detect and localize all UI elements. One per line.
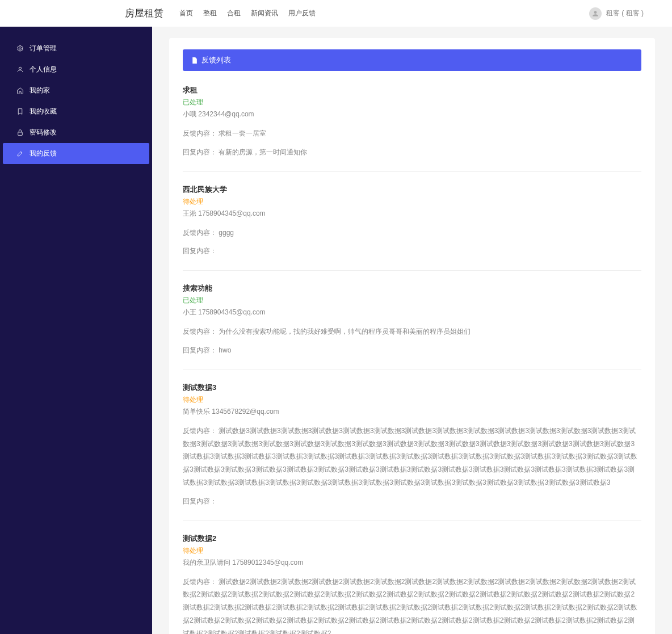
home-icon	[16, 87, 24, 94]
sidebar-item-label: 个人信息	[30, 65, 57, 74]
feedback-item: 西北民族大学 待处理 王淞 1758904345@qq.com 反馈内容： gg…	[183, 184, 641, 271]
feedback-item: 测试数据2 待处理 我的亲卫队请问 17589012345@qq.com 反馈内…	[183, 534, 641, 634]
svg-point-0	[19, 48, 21, 49]
feedback-user: 我的亲卫队请问 17589012345@qq.com	[183, 558, 641, 568]
feedback-reply-row: 回复内容：	[183, 495, 641, 508]
feedback-title: 测试数据3	[183, 383, 641, 393]
svg-rect-2	[18, 132, 23, 135]
feedback-content-row: 反馈内容： 测试数据3测试数据3测试数据3测试数据3测试数据3测试数据3测试数据…	[183, 425, 641, 489]
panel-header: 反馈列表	[183, 49, 641, 71]
feedback-status: 待处理	[183, 197, 641, 207]
feedback-content-row: 反馈内容： 求租一套一居室	[183, 127, 641, 140]
feedback-status: 待处理	[183, 546, 641, 556]
file-icon	[191, 57, 198, 64]
gear-icon	[16, 45, 24, 52]
bookmark-icon	[16, 108, 24, 115]
feedback-reply-row: 回复内容： hwo	[183, 344, 641, 357]
feedback-status: 待处理	[183, 395, 641, 405]
sidebar-item-label: 订单管理	[30, 44, 57, 53]
panel-title: 反馈列表	[201, 55, 231, 65]
feedback-status: 已处理	[183, 98, 641, 107]
sidebar-item-label: 我的家	[30, 86, 50, 95]
sidebar-item-label: 我的收藏	[30, 107, 57, 116]
sidebar-item-label: 我的反馈	[30, 149, 57, 158]
sidebar-item-my-home[interactable]: 我的家	[3, 80, 149, 101]
feedback-user: 简单快乐 1345678292@qq.com	[183, 407, 641, 417]
nav-home[interactable]: 首页	[179, 9, 193, 18]
feedback-title: 测试数据2	[183, 534, 641, 544]
nav-feedback[interactable]: 用户反馈	[288, 9, 316, 18]
feedback-title: 求租	[183, 85, 641, 95]
nav-shared-rent[interactable]: 合租	[227, 9, 241, 18]
logo[interactable]: 房屋租赁	[125, 7, 163, 20]
feedback-item: 搜索功能 已处理 小王 1758904345@qq.com 反馈内容： 为什么没…	[183, 283, 641, 370]
sidebar-item-favorites[interactable]: 我的收藏	[3, 101, 149, 122]
sidebar-item-my-feedback[interactable]: 我的反馈	[3, 143, 149, 164]
sidebar-item-password[interactable]: 密码修改	[3, 122, 149, 143]
feedback-panel: 反馈列表 求租 已处理 小哦 2342344@qq.com 反馈内容： 求租一套…	[169, 38, 655, 634]
feedback-reply-row: 回复内容： 有新的房源，第一时间通知你	[183, 146, 641, 159]
sidebar: 订单管理 个人信息 我的家 我的收藏 密码修改 我的反馈	[0, 27, 152, 634]
feedback-list: 求租 已处理 小哦 2342344@qq.com 反馈内容： 求租一套一居室 回…	[183, 85, 641, 634]
lock-icon	[16, 129, 24, 136]
feedback-title: 搜索功能	[183, 283, 641, 293]
feedback-reply-row: 回复内容：	[183, 245, 641, 258]
feedback-content-row: 反馈内容： gggg	[183, 226, 641, 240]
sidebar-item-profile[interactable]: 个人信息	[3, 59, 149, 80]
feedback-content-row: 反馈内容： 为什么没有搜索功能呢，找的我好难受啊，帅气的程序员哥哥和美丽的程序员…	[183, 325, 641, 338]
feedback-item: 测试数据3 待处理 简单快乐 1345678292@qq.com 反馈内容： 测…	[183, 383, 641, 521]
svg-point-1	[19, 67, 21, 69]
feedback-content-row: 反馈内容： 测试数据2测试数据2测试数据2测试数据2测试数据2测试数据2测试数据…	[183, 576, 641, 634]
content: 反馈列表 求租 已处理 小哦 2342344@qq.com 反馈内容： 求租一套…	[152, 27, 672, 634]
user-icon	[16, 66, 24, 73]
feedback-user: 小哦 2342344@qq.com	[183, 110, 641, 119]
sidebar-item-order[interactable]: 订单管理	[3, 38, 149, 59]
top-nav: 首页 整租 合租 新闻资讯 用户反馈	[179, 9, 316, 18]
edit-icon	[16, 150, 24, 157]
nav-whole-rent[interactable]: 整租	[203, 9, 217, 18]
header: 房屋租赁 首页 整租 合租 新闻资讯 用户反馈 租客 ( 租客 )	[0, 0, 672, 27]
nav-news[interactable]: 新闻资讯	[251, 9, 278, 18]
feedback-user: 王淞 1758904345@qq.com	[183, 209, 641, 219]
user-label: 租客 ( 租客 )	[606, 9, 644, 18]
avatar	[589, 7, 602, 20]
sidebar-item-label: 密码修改	[30, 128, 57, 137]
feedback-status: 已处理	[183, 296, 641, 305]
user-area[interactable]: 租客 ( 租客 )	[589, 7, 644, 20]
feedback-user: 小王 1758904345@qq.com	[183, 308, 641, 317]
feedback-title: 西北民族大学	[183, 184, 641, 195]
feedback-item: 求租 已处理 小哦 2342344@qq.com 反馈内容： 求租一套一居室 回…	[183, 85, 641, 172]
